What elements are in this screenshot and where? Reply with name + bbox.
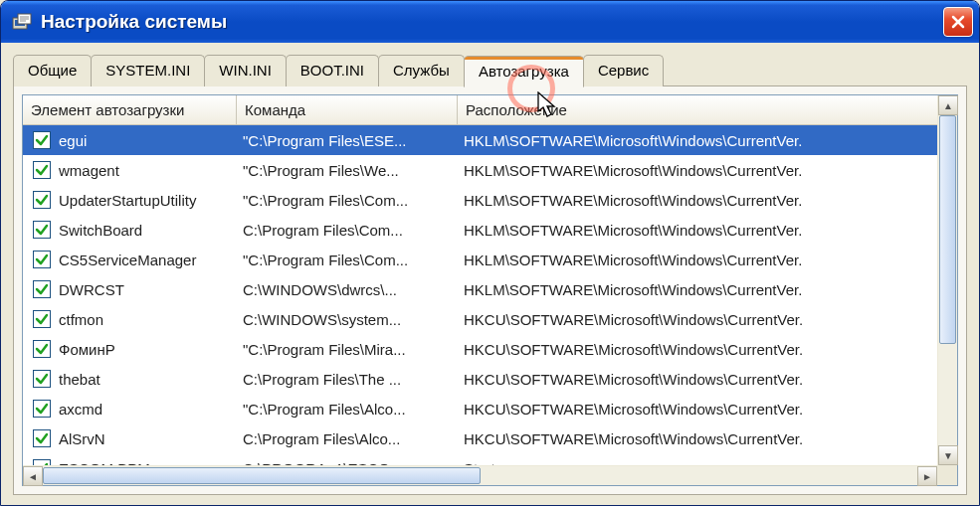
row-checkbox[interactable] <box>33 340 51 358</box>
titlebar[interactable]: Настройка системы <box>1 1 979 43</box>
scrollbar-corner <box>937 465 957 485</box>
cell-location: HKCU\SOFTWARE\Microsoft\Windows\CurrentV… <box>458 371 957 388</box>
row-item-name: wmagent <box>59 162 119 179</box>
cell-item: ФоминР <box>23 340 237 358</box>
row-item-name: egui <box>59 132 87 149</box>
row-checkbox[interactable] <box>33 400 51 418</box>
row-checkbox[interactable] <box>33 131 51 149</box>
tab-win-ini[interactable]: WIN.INI <box>204 55 287 86</box>
row-item-name: AlSrvN <box>59 430 105 447</box>
row-checkbox[interactable] <box>33 251 51 268</box>
scroll-down-button[interactable]: ▼ <box>938 445 958 465</box>
cell-item: CS5ServiceManager <box>23 251 237 268</box>
vertical-scroll-thumb[interactable] <box>939 115 956 344</box>
cell-location: HKCU\SOFTWARE\Microsoft\Windows\CurrentV… <box>458 401 957 418</box>
row-checkbox[interactable] <box>33 310 51 328</box>
row-checkbox[interactable] <box>33 280 51 298</box>
list-row[interactable]: ФоминР"C:\Program Files\Mira...HKCU\SOFT… <box>23 334 957 364</box>
window-title: Настройка системы <box>41 11 943 33</box>
scroll-right-button[interactable]: ► <box>917 466 937 486</box>
scroll-left-button[interactable]: ◄ <box>23 466 43 486</box>
tab-panel: Элемент автозагрузки Команда Расположени… <box>13 85 967 495</box>
tab-label: Общие <box>28 62 77 79</box>
list-row[interactable]: wmagent"C:\Program Files\We...HKLM\SOFTW… <box>23 155 957 185</box>
tab-label: Сервис <box>598 62 649 79</box>
close-button[interactable] <box>943 7 973 37</box>
row-item-name: SwitchBoard <box>59 222 142 239</box>
msconfig-window: Настройка системы ОбщиеSYSTEM.INIWIN.INI… <box>0 0 980 506</box>
cell-item: thebat <box>23 370 237 388</box>
cell-command: "C:\Program Files\ESE... <box>237 132 458 149</box>
row-item-name: axcmd <box>59 401 102 418</box>
cell-item: DWRCST <box>23 280 237 298</box>
list-row[interactable]: AlSrvNC:\Program Files\Alco...HKCU\SOFTW… <box>23 423 957 453</box>
tab-label: Службы <box>393 62 450 79</box>
cell-command: "C:\Program Files\Mira... <box>237 341 458 358</box>
list-row[interactable]: egui"C:\Program Files\ESE...HKLM\SOFTWAR… <box>23 125 957 155</box>
cell-command: "C:\Program Files\Com... <box>237 252 458 268</box>
cell-item: AlSrvN <box>23 429 237 447</box>
cell-location: HKLM\SOFTWARE\Microsoft\Windows\CurrentV… <box>458 252 957 268</box>
cell-command: "C:\Program Files\Alco... <box>237 401 458 418</box>
column-headers: Элемент автозагрузки Команда Расположени… <box>23 95 957 125</box>
cell-location: HKLM\SOFTWARE\Microsoft\Windows\CurrentV… <box>458 162 957 179</box>
list-row[interactable]: UpdaterStartupUtility"C:\Program Files\C… <box>23 185 957 215</box>
tab-label: SYSTEM.INI <box>105 62 190 79</box>
row-item-name: DWRCST <box>59 281 124 298</box>
list-row[interactable]: ctfmonC:\WINDOWS\system...HKCU\SOFTWARE\… <box>23 304 957 334</box>
tab-label: WIN.INI <box>219 62 272 79</box>
app-icon <box>11 11 33 33</box>
row-checkbox[interactable] <box>33 191 51 209</box>
list-body: egui"C:\Program Files\ESE...HKLM\SOFTWAR… <box>23 125 957 485</box>
cell-item: SwitchBoard <box>23 221 237 239</box>
tab-службы[interactable]: Службы <box>378 55 465 86</box>
list-row[interactable]: DWRCSTC:\WINDOWS\dwrcs\...HKLM\SOFTWARE\… <box>23 274 957 304</box>
cell-command: C:\WINDOWS\dwrcs\... <box>237 281 458 298</box>
cell-location: HKLM\SOFTWARE\Microsoft\Windows\CurrentV… <box>458 281 957 298</box>
tab-сервис[interactable]: Сервис <box>583 55 664 86</box>
scroll-up-button[interactable]: ▲ <box>938 95 958 115</box>
cell-item: wmagent <box>23 161 237 179</box>
tab-label: BOOT.INI <box>300 62 364 79</box>
tab-strip-area: ОбщиеSYSTEM.INIWIN.INIBOOT.INIСлужбыАвто… <box>1 43 979 86</box>
cell-item: axcmd <box>23 400 237 418</box>
cell-location: HKLM\SOFTWARE\Microsoft\Windows\CurrentV… <box>458 222 957 239</box>
cell-command: C:\Program Files\The ... <box>237 371 458 388</box>
list-row[interactable]: axcmd"C:\Program Files\Alco...HKCU\SOFTW… <box>23 394 957 423</box>
row-checkbox[interactable] <box>33 429 51 447</box>
cell-item: egui <box>23 131 237 149</box>
row-checkbox[interactable] <box>33 370 51 388</box>
row-item-name: CS5ServiceManager <box>59 252 196 268</box>
horizontal-scroll-thumb[interactable] <box>43 467 481 484</box>
cell-location: HKLM\SOFTWARE\Microsoft\Windows\CurrentV… <box>458 192 957 209</box>
horizontal-scroll-track[interactable] <box>43 466 917 485</box>
row-item-name: ctfmon <box>59 311 103 328</box>
tab-strip: ОбщиеSYSTEM.INIWIN.INIBOOT.INIСлужбыАвто… <box>13 55 967 86</box>
row-checkbox[interactable] <box>33 221 51 239</box>
list-row[interactable]: thebatC:\Program Files\The ...HKCU\SOFTW… <box>23 364 957 394</box>
row-checkbox[interactable] <box>33 161 51 179</box>
cell-location: HKCU\SOFTWARE\Microsoft\Windows\CurrentV… <box>458 311 957 328</box>
tab-автозагрузка[interactable]: Автозагрузка <box>464 56 584 87</box>
row-item-name: UpdaterStartupUtility <box>59 192 196 209</box>
row-item-name: thebat <box>59 371 100 388</box>
cell-item: UpdaterStartupUtility <box>23 191 237 209</box>
vertical-scrollbar[interactable]: ▲ ▼ <box>937 95 957 465</box>
vertical-scroll-track[interactable] <box>938 115 957 445</box>
column-header-location[interactable]: Расположение <box>458 95 957 124</box>
list-row[interactable]: CS5ServiceManager"C:\Program Files\Com..… <box>23 245 957 274</box>
horizontal-scrollbar[interactable]: ◄ ► <box>23 465 937 485</box>
tab-boot-ini[interactable]: BOOT.INI <box>286 55 379 86</box>
cell-location: HKCU\SOFTWARE\Microsoft\Windows\CurrentV… <box>458 341 957 358</box>
tab-system-ini[interactable]: SYSTEM.INI <box>91 55 205 86</box>
cell-command: C:\Program Files\Alco... <box>237 430 458 447</box>
list-row[interactable]: SwitchBoardC:\Program Files\Com...HKLM\S… <box>23 215 957 245</box>
cell-item: ctfmon <box>23 310 237 328</box>
column-header-command[interactable]: Команда <box>237 95 458 124</box>
cell-command: C:\Program Files\Com... <box>237 222 458 239</box>
tab-общие[interactable]: Общие <box>13 55 92 86</box>
cell-command: "C:\Program Files\We... <box>237 162 458 179</box>
tab-label: Автозагрузка <box>479 63 569 80</box>
column-header-item[interactable]: Элемент автозагрузки <box>23 95 237 124</box>
startup-list: Элемент автозагрузки Команда Расположени… <box>22 94 958 486</box>
